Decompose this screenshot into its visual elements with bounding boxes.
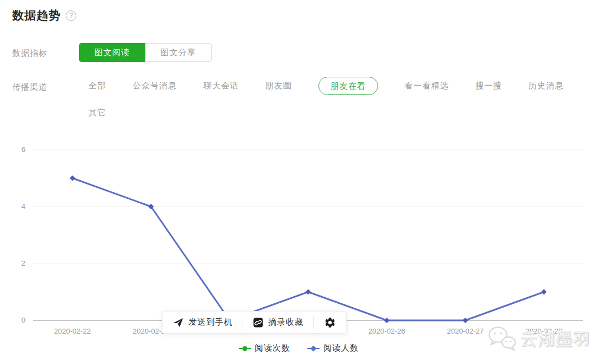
legend-label: 阅读人数	[323, 343, 359, 354]
data-point-5	[463, 318, 468, 323]
channel-item-6[interactable]: 搜一搜	[475, 76, 502, 95]
y-tick-label: 0	[22, 316, 25, 324]
page-header: 数据趋势 ?	[12, 8, 76, 23]
trend-line	[72, 178, 544, 321]
channel-list: 全部公众号消息聊天会话朋友圈朋友在看看一看精选搜一搜历史消息其它	[88, 76, 570, 122]
legend-item-read-count[interactable]: 阅读次数	[238, 343, 290, 354]
y-tick-label: 2	[22, 259, 25, 267]
gear-icon	[324, 316, 336, 329]
legend-label: 阅读次数	[255, 343, 290, 354]
help-icon[interactable]: ?	[66, 10, 76, 21]
x-tick-label: 2020-02-26	[368, 327, 405, 335]
link-icon	[253, 318, 263, 328]
green-dot-line-icon	[238, 345, 252, 352]
tab-article-read[interactable]: 图文阅读	[79, 43, 145, 62]
data-point-4	[384, 318, 390, 323]
paper-plane-icon	[172, 317, 184, 328]
chart-hover-toolbar: 发送到手机 摘录收藏	[162, 311, 347, 334]
send-to-phone-label: 发送到手机	[188, 317, 233, 328]
channels-label: 传播渠道	[12, 82, 48, 93]
channel-item-8[interactable]: 其它	[88, 103, 106, 122]
page-title: 数据趋势	[12, 8, 61, 23]
channel-item-7[interactable]: 历史消息	[528, 76, 564, 95]
analytics-page: 数据趋势 ? 数据指标 图文阅读 图文分享 传播渠道 全部公众号消息聊天会话朋友…	[0, 0, 597, 364]
blue-diamond-line-icon	[307, 345, 320, 352]
channel-item-0[interactable]: 全部	[88, 76, 106, 95]
metrics-label: 数据指标	[12, 48, 48, 59]
chart-legend: 阅读次数 阅读人数	[0, 343, 597, 354]
y-tick-label: 4	[22, 202, 25, 210]
channel-item-3[interactable]: 朋友圈	[265, 76, 292, 95]
x-tick-label: 2020-02-22	[54, 327, 91, 335]
y-tick-label: 6	[22, 145, 25, 154]
tab-article-share[interactable]: 图文分享	[145, 43, 212, 62]
data-point-3	[306, 289, 311, 295]
send-to-phone-button[interactable]: 发送到手机	[163, 312, 243, 333]
channel-item-2[interactable]: 聊天会话	[203, 76, 239, 95]
x-tick-label: 2020-02-28	[526, 327, 563, 335]
clip-favorite-label: 摘录收藏	[268, 317, 303, 328]
data-point-0	[70, 176, 75, 181]
data-point-6	[541, 289, 547, 295]
settings-button[interactable]	[314, 312, 346, 333]
channel-item-4[interactable]: 朋友在看	[318, 77, 378, 95]
metric-tab-group: 图文阅读 图文分享	[79, 43, 212, 62]
x-tick-label: 2020-02-27	[447, 327, 484, 335]
legend-item-reader-count[interactable]: 阅读人数	[307, 343, 359, 354]
clip-favorite-button[interactable]: 摘录收藏	[243, 312, 313, 333]
channel-item-1[interactable]: 公众号消息	[133, 76, 177, 95]
channel-item-5[interactable]: 看一看精选	[405, 76, 449, 95]
